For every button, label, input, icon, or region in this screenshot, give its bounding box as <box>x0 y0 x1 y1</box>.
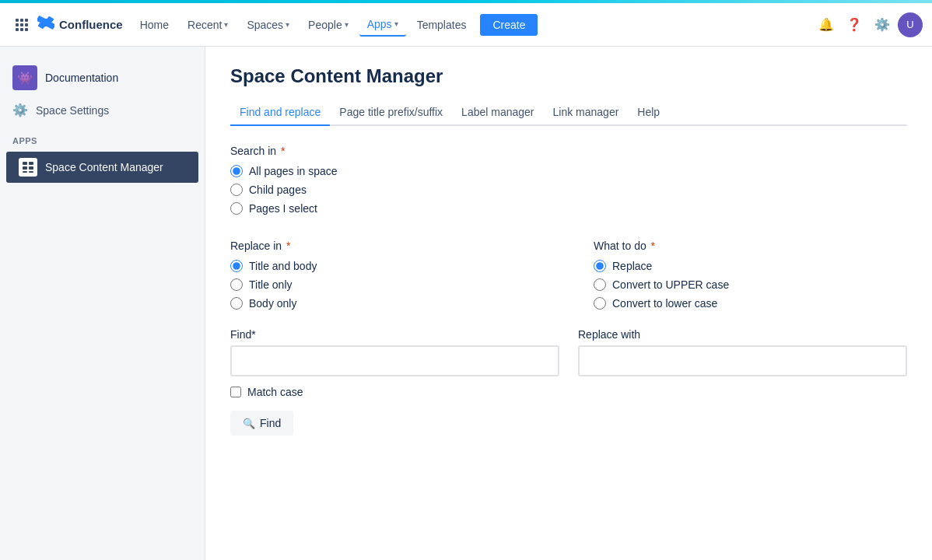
search-in-section: Search in * All pages in space Child pag… <box>230 145 907 215</box>
spaces-chevron-icon: ▾ <box>286 20 289 29</box>
bell-icon: 🔔 <box>818 17 834 32</box>
match-case-label: Match case <box>247 386 303 398</box>
search-in-label: Search in * <box>230 145 907 157</box>
tab-page-title-prefix[interactable]: Page title prefix/suffix <box>330 100 452 126</box>
logo[interactable]: Confluence <box>37 14 123 36</box>
gear-icon: ⚙️ <box>874 17 890 32</box>
top-border <box>0 0 932 3</box>
confluence-logo-icon <box>37 14 54 36</box>
tabs-bar: Find and replace Page title prefix/suffi… <box>230 100 907 126</box>
svg-rect-4 <box>20 23 23 26</box>
nav-home[interactable]: Home <box>132 14 177 36</box>
what-to-do-required: * <box>651 240 655 252</box>
sidebar-settings-label: Space Settings <box>36 104 109 117</box>
radio-child-pages[interactable]: Child pages <box>230 184 907 196</box>
svg-rect-9 <box>23 162 27 165</box>
svg-rect-10 <box>29 162 33 165</box>
page-layout: 👾 Documentation ⚙️ Space Settings APPS <box>0 47 932 560</box>
grid-icon[interactable] <box>9 12 34 37</box>
topbar: Confluence Home Recent ▾ Spaces ▾ People… <box>0 3 932 47</box>
nav-apps[interactable]: Apps ▾ <box>359 13 406 37</box>
radio-body-only[interactable]: Body only <box>230 297 544 310</box>
radio-lower-case-input[interactable] <box>594 297 606 310</box>
svg-rect-5 <box>25 23 28 26</box>
apps-chevron-icon: ▾ <box>394 19 398 28</box>
radio-pages-i-select[interactable]: Pages I select <box>230 202 907 215</box>
radio-upper-case[interactable]: Convert to UPPER case <box>594 278 907 291</box>
sidebar-item-space-settings[interactable]: ⚙️ Space Settings <box>0 96 205 124</box>
notifications-button[interactable]: 🔔 <box>814 12 839 37</box>
radio-title-only[interactable]: Title only <box>230 278 544 291</box>
settings-button[interactable]: ⚙️ <box>870 12 895 37</box>
topbar-right: 🔔 ❓ ⚙️ U <box>814 12 923 37</box>
tab-link-manager[interactable]: Link manager <box>544 100 629 126</box>
apps-item-label: Space Content Manager <box>45 161 163 173</box>
replace-in-radio-group: Title and body Title only Body only <box>230 260 544 310</box>
replace-with-input-group: Replace with <box>578 328 907 376</box>
page-title: Space Content Manager <box>230 65 907 87</box>
match-case-row: Match case <box>230 386 907 398</box>
sidebar: 👾 Documentation ⚙️ Space Settings APPS <box>0 47 205 560</box>
svg-rect-6 <box>16 28 19 31</box>
radio-replace-input[interactable] <box>594 260 606 272</box>
radio-pages-i-select-input[interactable] <box>230 202 243 215</box>
radio-replace[interactable]: Replace <box>594 260 907 272</box>
radio-title-body-input[interactable] <box>230 260 243 272</box>
find-search-icon: 🔍 <box>243 418 255 429</box>
find-replace-inputs-row: Find* Replace with <box>230 328 907 376</box>
apps-section-header: APPS <box>0 130 205 152</box>
svg-rect-8 <box>25 28 28 31</box>
replace-whattodo-row: Replace in * Title and body Title only B… <box>230 240 907 310</box>
svg-rect-1 <box>20 19 23 22</box>
radio-lower-case[interactable]: Convert to lower case <box>594 297 907 310</box>
sidebar-doc-label: Documentation <box>45 72 118 84</box>
settings-gear-icon: ⚙️ <box>12 103 28 117</box>
replace-in-required: * <box>286 240 290 252</box>
sidebar-apps-section: APPS Space Content Manager <box>0 130 205 183</box>
svg-rect-11 <box>23 166 27 170</box>
svg-rect-3 <box>16 23 19 26</box>
tab-label-manager[interactable]: Label manager <box>452 100 543 126</box>
svg-rect-2 <box>25 19 28 22</box>
radio-all-pages-input[interactable] <box>230 165 243 177</box>
replace-with-input[interactable] <box>578 345 907 376</box>
main-content: Space Content Manager Find and replace P… <box>205 47 932 560</box>
what-to-do-label: What to do * <box>594 240 907 252</box>
match-case-checkbox[interactable] <box>230 387 241 397</box>
svg-rect-0 <box>16 19 19 22</box>
radio-title-and-body[interactable]: Title and body <box>230 260 544 272</box>
svg-rect-7 <box>20 28 23 31</box>
create-button[interactable]: Create <box>480 14 538 36</box>
radio-body-only-input[interactable] <box>230 297 243 310</box>
sidebar-item-space-content-manager[interactable]: Space Content Manager <box>6 152 198 183</box>
recent-chevron-icon: ▾ <box>224 20 228 29</box>
find-input-group: Find* <box>230 328 559 376</box>
search-in-radio-group: All pages in space Child pages Pages I s… <box>230 165 907 215</box>
people-chevron-icon: ▾ <box>345 20 349 29</box>
find-button[interactable]: 🔍 Find <box>230 411 293 436</box>
svg-rect-13 <box>23 171 27 173</box>
nav-spaces[interactable]: Spaces ▾ <box>239 14 297 36</box>
replace-with-label: Replace with <box>578 328 907 341</box>
help-icon: ❓ <box>846 17 862 32</box>
sidebar-item-documentation[interactable]: 👾 Documentation <box>0 59 205 96</box>
nav-people[interactable]: People ▾ <box>300 14 356 36</box>
avatar-initial: U <box>906 19 913 30</box>
svg-rect-14 <box>29 171 33 173</box>
nav-recent[interactable]: Recent ▾ <box>180 14 236 36</box>
help-button[interactable]: ❓ <box>842 12 867 37</box>
replace-in-label: Replace in * <box>230 240 544 252</box>
tab-find-replace[interactable]: Find and replace <box>230 100 330 126</box>
space-content-manager-icon <box>19 158 37 177</box>
doc-space-icon: 👾 <box>12 65 37 90</box>
logo-text: Confluence <box>59 18 123 31</box>
user-avatar[interactable]: U <box>898 12 923 37</box>
nav-templates[interactable]: Templates <box>409 14 475 36</box>
tab-help[interactable]: Help <box>628 100 669 126</box>
find-input-label: Find* <box>230 328 559 341</box>
radio-all-pages[interactable]: All pages in space <box>230 165 907 177</box>
find-input[interactable] <box>230 345 559 376</box>
radio-child-pages-input[interactable] <box>230 184 243 196</box>
radio-title-only-input[interactable] <box>230 278 243 291</box>
radio-upper-case-input[interactable] <box>594 278 606 291</box>
